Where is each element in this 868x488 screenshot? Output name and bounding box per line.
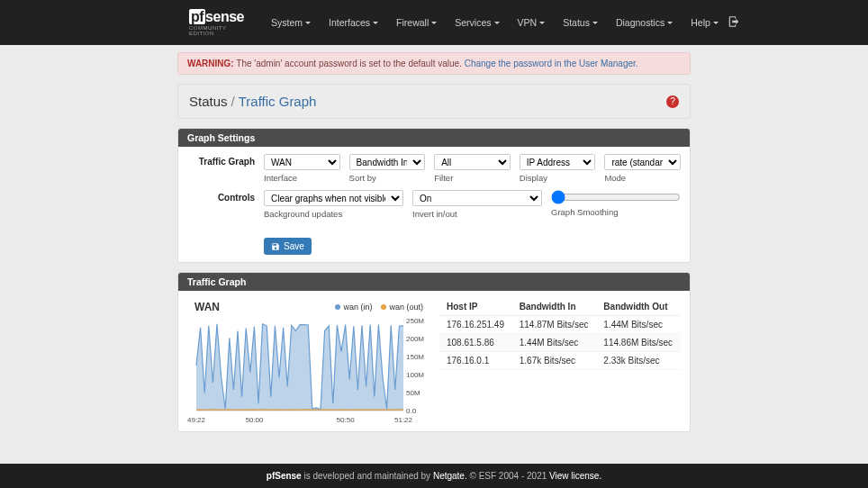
alert-link[interactable]: Change the password in the User Manager. xyxy=(465,59,638,68)
table-row: 176.16.251.49114.87M Bits/sec1.44M Bits/… xyxy=(439,316,681,334)
chart-legend: wan (in) wan (out) xyxy=(335,303,423,312)
hint-filter: Filter xyxy=(434,173,511,183)
save-button[interactable]: Save xyxy=(264,238,312,255)
chart-title: WAN xyxy=(194,301,220,313)
nav-help[interactable]: Help xyxy=(682,17,728,28)
nav-status[interactable]: Status xyxy=(554,17,607,28)
select-mode[interactable]: rate (standard) xyxy=(604,154,681,170)
svg-text:150M: 150M xyxy=(406,353,424,361)
svg-text:250M: 250M xyxy=(406,317,424,325)
svg-text:49:22: 49:22 xyxy=(187,416,206,424)
hint-display: Display xyxy=(520,173,596,183)
alert-text: The 'admin' account password is set to t… xyxy=(234,59,465,68)
select-bg-updates[interactable]: Clear graphs when not visible. xyxy=(264,190,403,206)
legend-dot-in xyxy=(335,304,340,310)
th-hostip: Host IP xyxy=(439,298,512,316)
svg-text:50:50: 50:50 xyxy=(337,416,356,424)
table-row: 108.61.5.861.44M Bits/sec114.86M Bits/se… xyxy=(439,334,681,352)
select-invert[interactable]: On xyxy=(412,190,542,206)
svg-text:100M: 100M xyxy=(406,371,424,379)
svg-text:200M: 200M xyxy=(406,335,424,343)
svg-text:0.0: 0.0 xyxy=(406,407,417,415)
hint-smooth: Graph Smoothing xyxy=(551,207,681,217)
svg-text:51:22: 51:22 xyxy=(394,416,413,424)
legend-label-in: wan (in) xyxy=(343,303,372,312)
breadcrumb-sep: / xyxy=(231,94,235,109)
nav-interfaces[interactable]: Interfaces xyxy=(320,17,387,28)
breadcrumb-page: Traffic Graph xyxy=(239,94,317,109)
brand-sub: COMMUNITY EDITION xyxy=(189,25,244,36)
slider-smoothing[interactable] xyxy=(551,190,681,204)
legend-dot-out xyxy=(381,304,386,310)
nav-diagnostics[interactable]: Diagnostics xyxy=(607,17,682,28)
chevron-down-icon xyxy=(713,22,719,24)
hint-mode: Mode xyxy=(604,173,681,183)
breadcrumb: Status / Traffic Graph ? xyxy=(177,84,691,119)
chevron-down-icon xyxy=(431,22,437,24)
hint-interface: Interface xyxy=(264,173,340,183)
panel-heading-chart: Traffic Graph xyxy=(178,273,690,291)
svg-text:50:00: 50:00 xyxy=(245,416,264,424)
nav-services[interactable]: Services xyxy=(446,17,508,28)
table-row: 176.16.0.11.67k Bits/sec2.33k Bits/sec xyxy=(439,352,681,370)
breadcrumb-root: Status xyxy=(189,94,228,109)
select-display[interactable]: IP Address xyxy=(520,154,596,170)
help-icon[interactable]: ? xyxy=(666,95,679,108)
select-filter[interactable]: All xyxy=(434,154,511,170)
chevron-down-icon xyxy=(592,22,598,24)
host-table: Host IP Bandwidth In Bandwidth Out 176.1… xyxy=(439,298,681,370)
hint-sortby: Sort by xyxy=(349,173,426,183)
brand-text: sense xyxy=(205,9,244,24)
nav-firewall[interactable]: Firewall xyxy=(387,17,446,28)
brand-prefix: pf xyxy=(189,9,205,24)
select-interface[interactable]: WAN xyxy=(264,154,340,170)
chevron-down-icon xyxy=(305,22,311,24)
main-nav: System Interfaces Firewall Services VPN … xyxy=(262,17,728,28)
save-label: Save xyxy=(284,241,304,251)
save-icon xyxy=(271,242,280,251)
label-controls: Controls xyxy=(187,190,264,203)
panel-graph-settings: Graph Settings Traffic Graph WAN Interfa… xyxy=(177,128,691,263)
alert-prefix: WARNING: xyxy=(187,59,234,68)
logout-icon[interactable] xyxy=(728,15,740,30)
hint-bg: Background updates xyxy=(264,209,403,219)
select-sortby[interactable]: Bandwidth In xyxy=(349,154,426,170)
chevron-down-icon xyxy=(539,22,545,24)
th-bwout: Bandwidth Out xyxy=(596,298,681,316)
svg-text:50M: 50M xyxy=(406,389,420,397)
label-traffic-graph: Traffic Graph xyxy=(187,154,264,167)
panel-traffic-graph: Traffic Graph WAN wan (in) wan (out) 0.0… xyxy=(177,272,691,432)
wan-chart: 0.050M100M150M200M250M49:2250:0050:5051:… xyxy=(187,316,430,424)
nav-system[interactable]: System xyxy=(262,17,320,28)
th-bwin: Bandwidth In xyxy=(512,298,597,316)
hint-invert: Invert in/out xyxy=(412,209,542,219)
chevron-down-icon xyxy=(667,22,673,24)
panel-heading-settings: Graph Settings xyxy=(178,129,690,147)
nav-vpn[interactable]: VPN xyxy=(509,17,555,28)
brand[interactable]: pfsense COMMUNITY EDITION xyxy=(189,9,244,36)
chevron-down-icon xyxy=(494,22,500,24)
alert-warning: WARNING: The 'admin' account password is… xyxy=(177,52,691,75)
chevron-down-icon xyxy=(373,22,378,24)
legend-label-out: wan (out) xyxy=(389,303,423,312)
